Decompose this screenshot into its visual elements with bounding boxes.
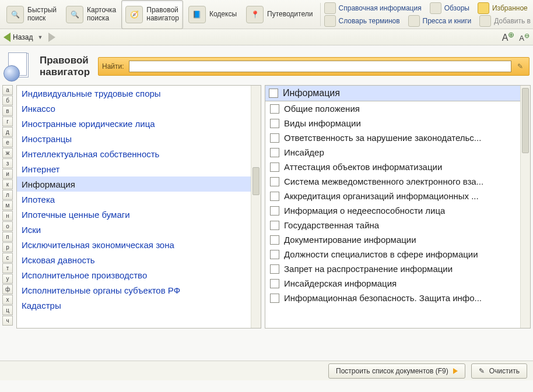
clear-search-icon[interactable]: ✎	[515, 61, 525, 72]
item-checkbox[interactable]	[270, 177, 279, 186]
subcategory-item[interactable]: Информационная безопасность. Защита инфо…	[265, 291, 520, 305]
legal-navigator-button[interactable]: 🧭 Правовойнавигатор	[121, 0, 183, 29]
alpha-letter-п[interactable]: п	[2, 232, 13, 242]
subcategory-label: Государственная тайна	[284, 220, 379, 230]
subcategory-item[interactable]: Запрет на распространение информации	[265, 262, 520, 276]
right-scrollbar[interactable]	[520, 86, 530, 328]
category-item[interactable]: Исполнительное производство	[17, 267, 251, 282]
alpha-letter-л[interactable]: л	[2, 190, 13, 200]
item-checkbox[interactable]	[270, 235, 279, 245]
subcategory-list[interactable]: Общие положенияВиды информацииОтветствен…	[265, 101, 520, 328]
group-checkbox[interactable]	[269, 89, 278, 98]
search-card-button[interactable]: 🔍 Карточкапоиска	[62, 0, 120, 29]
category-item[interactable]: Индивидуальные трудовые споры	[17, 86, 251, 101]
alpha-letter-ф[interactable]: ф	[2, 284, 13, 294]
item-checkbox[interactable]	[270, 119, 279, 128]
subcategory-item[interactable]: Должности специалистов в сфере информаци…	[265, 247, 520, 262]
alpha-letter-т[interactable]: т	[2, 263, 13, 273]
subcategory-item[interactable]: Система межведомственного электронного в…	[265, 174, 520, 189]
category-item[interactable]: Ипотека	[17, 192, 251, 207]
item-checkbox[interactable]	[270, 104, 279, 114]
page-header: Правовойнавигатор Найти: ✎	[0, 45, 533, 85]
item-checkbox[interactable]	[270, 148, 279, 157]
category-item[interactable]: Интеллектуальная собственность	[17, 146, 251, 161]
back-dropdown-icon[interactable]: ▼	[37, 34, 43, 40]
item-checkbox[interactable]	[270, 250, 279, 259]
category-item[interactable]: Инкассо	[17, 101, 251, 116]
font-increase-button[interactable]: A⊕	[502, 30, 515, 43]
favorites-link[interactable]: Избранное	[478, 2, 528, 14]
alpha-letter-ж[interactable]: ж	[2, 148, 13, 158]
right-pane-header[interactable]: Информация	[265, 86, 520, 101]
right-pane-title: Информация	[283, 88, 340, 98]
category-item[interactable]: Ипотечные ценные бумаги	[17, 207, 251, 222]
quick-search-button[interactable]: 🔍 Быстрыйпоиск	[2, 0, 61, 29]
alpha-letter-м[interactable]: м	[2, 200, 13, 210]
alpha-letter-ч[interactable]: ч	[2, 316, 13, 326]
clear-button[interactable]: ✎ Очистить	[471, 363, 527, 379]
alpha-letter-о[interactable]: о	[2, 221, 13, 231]
font-decrease-button[interactable]: A⊖	[519, 32, 530, 43]
alpha-letter-р[interactable]: р	[2, 242, 13, 252]
category-item[interactable]: Интернет	[17, 161, 251, 176]
alpha-letter-з[interactable]: з	[2, 158, 13, 168]
alpha-letter-а[interactable]: а	[2, 85, 13, 95]
alpha-letter-е[interactable]: е	[2, 137, 13, 147]
search-input[interactable]	[129, 61, 511, 72]
codex-button[interactable]: 📘 Кодексы	[184, 0, 241, 29]
item-checkbox[interactable]	[270, 294, 279, 303]
subcategory-item[interactable]: Ответственность за нарушение законодател…	[265, 130, 520, 145]
alpha-letter-х[interactable]: х	[2, 295, 13, 305]
subcategory-label: Документирование информации	[284, 235, 416, 245]
item-checkbox[interactable]	[270, 206, 279, 216]
alpha-letter-г[interactable]: г	[2, 116, 13, 126]
glossary-link[interactable]: Словарь терминов	[324, 15, 400, 27]
item-checkbox[interactable]	[270, 163, 279, 172]
category-item[interactable]: Исковая давность	[17, 252, 251, 267]
subcategory-item[interactable]: Инсайдерская информация	[265, 276, 520, 291]
star-icon	[478, 2, 489, 14]
ref-info-link[interactable]: Справочная информация	[324, 2, 422, 14]
press-link[interactable]: Пресса и книги	[408, 15, 472, 27]
alpha-letter-д[interactable]: д	[2, 127, 13, 137]
alpha-letter-к[interactable]: к	[2, 179, 13, 189]
item-checkbox[interactable]	[270, 133, 279, 143]
subcategory-item[interactable]: Инсайдер	[265, 145, 520, 160]
back-button[interactable]: Назад ▼	[3, 33, 44, 42]
item-checkbox[interactable]	[270, 264, 279, 274]
category-item[interactable]: Исключительная экономическая зона	[17, 237, 251, 252]
subcategory-item[interactable]: Общие положения	[265, 101, 520, 116]
subcategory-label: Должности специалистов в сфере информаци…	[284, 249, 478, 259]
subcategory-item[interactable]: Аккредитация организаций информационных …	[265, 189, 520, 203]
alpha-letter-ц[interactable]: ц	[2, 305, 13, 315]
forward-button[interactable]	[48, 33, 55, 42]
item-checkbox[interactable]	[270, 221, 279, 230]
add-to-link[interactable]: Добавить в	[479, 15, 531, 27]
category-item[interactable]: Информация	[17, 176, 251, 192]
category-item[interactable]: Иностранные юридические лица	[17, 116, 251, 131]
subcategory-item[interactable]: Информация о недееспособности лица	[265, 203, 520, 218]
build-list-button[interactable]: Построить список документов (F9)	[328, 363, 465, 379]
category-item[interactable]: Кадастры	[17, 298, 251, 313]
subcategory-item[interactable]: Государственная тайна	[265, 218, 520, 232]
left-scrollbar[interactable]	[251, 86, 261, 328]
guides-button[interactable]: 📍 Путеводители	[242, 0, 317, 29]
subcategory-item[interactable]: Документирование информации	[265, 232, 520, 247]
alpha-letter-у[interactable]: у	[2, 274, 13, 284]
subcategory-item[interactable]: Аттестация объектов информатизации	[265, 160, 520, 174]
alpha-letter-н[interactable]: н	[2, 211, 13, 221]
category-item[interactable]: Иностранцы	[17, 131, 251, 146]
category-item[interactable]: Иски	[17, 222, 251, 237]
subcategory-item[interactable]: Виды информации	[265, 116, 520, 130]
alpha-letter-б[interactable]: б	[2, 96, 13, 105]
reviews-link[interactable]: Обзоры	[430, 2, 469, 14]
alpha-letter-и[interactable]: и	[2, 169, 13, 179]
alpha-letter-в[interactable]: в	[2, 106, 13, 116]
category-item[interactable]: Исполнительные органы субъектов РФ	[17, 282, 251, 298]
item-checkbox[interactable]	[270, 192, 279, 201]
category-list[interactable]: Индивидуальные трудовые спорыИнкассоИнос…	[17, 86, 251, 328]
alpha-letter-с[interactable]: с	[2, 253, 13, 263]
search-card-label: Карточкапоиска	[87, 6, 116, 23]
item-checkbox[interactable]	[270, 279, 279, 288]
subcategory-label: Аттестация объектов информатизации	[284, 162, 442, 172]
